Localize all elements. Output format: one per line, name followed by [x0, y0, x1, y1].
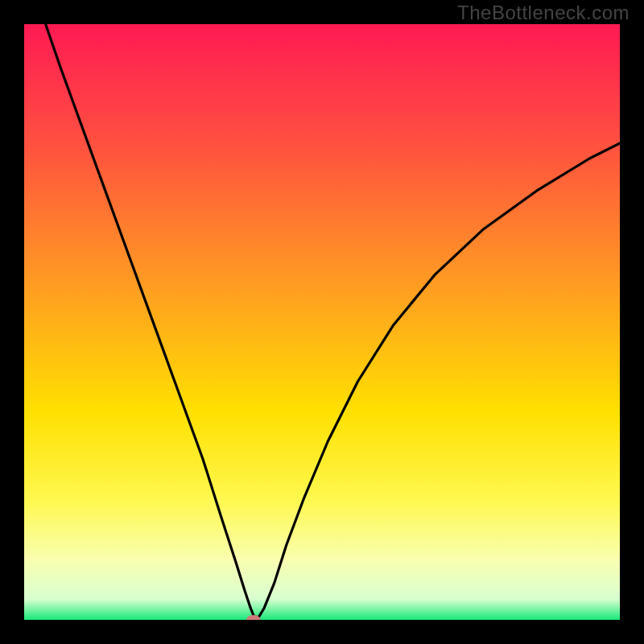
plot-area [24, 24, 620, 620]
chart-frame: TheBottleneck.com [0, 0, 644, 644]
gradient-background [24, 24, 620, 620]
watermark-text: TheBottleneck.com [457, 2, 630, 24]
chart-svg [24, 24, 620, 620]
